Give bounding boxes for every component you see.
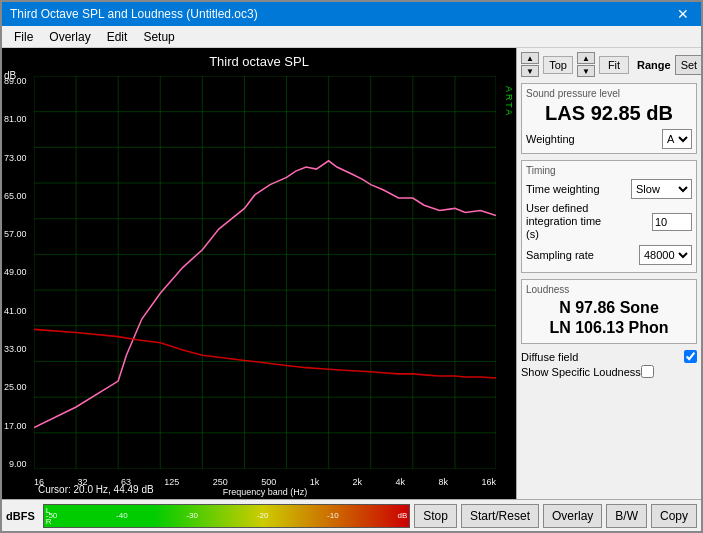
nav-fit-down-button[interactable]: ▼ <box>577 65 595 77</box>
chart-title: Third octave SPL <box>2 50 516 71</box>
weighting-select[interactable]: A B C Z <box>662 129 692 149</box>
nav-up-button[interactable]: ▲ <box>521 52 539 64</box>
menu-bar: File Overlay Edit Setup <box>2 26 701 48</box>
set-button[interactable]: Set <box>675 55 701 75</box>
integration-input[interactable]: 10 <box>652 213 692 231</box>
y-label-41: 41.00 <box>4 306 27 316</box>
x-label-500: 500 <box>261 477 276 487</box>
y-label-17: 17.00 <box>4 421 27 431</box>
range-label: Range <box>637 59 671 71</box>
y-label-33: 33.00 <box>4 344 27 354</box>
level-meter-top: L <box>44 505 410 516</box>
time-weighting-row: Time weighting Slow Fast Impulse <box>526 179 692 199</box>
x-label-250: 250 <box>213 477 228 487</box>
main-window: Third Octave SPL and Loudness (Untitled.… <box>0 0 703 533</box>
sampling-label: Sampling rate <box>526 249 594 261</box>
y-label-65: 65.00 <box>4 191 27 201</box>
menu-overlay[interactable]: Overlay <box>41 28 98 45</box>
nav-fit-label: Fit <box>599 56 629 74</box>
nav-down-button[interactable]: ▼ <box>521 65 539 77</box>
title-bar: Third Octave SPL and Loudness (Untitled.… <box>2 2 701 26</box>
loudness-section: Loudness N 97.86 Sone LN 106.13 Phon <box>521 279 697 345</box>
main-content: Third octave SPL dB <box>2 48 701 499</box>
start-reset-button[interactable]: Start/Reset <box>461 504 539 528</box>
diffuse-row: Diffuse field <box>521 350 697 363</box>
nav-controls: ▲ ▼ Top ▲ ▼ Fit Range Set <box>521 52 697 77</box>
show-specific-label: Show Specific Loudness <box>521 366 641 378</box>
show-specific-row: Show Specific Loudness <box>521 365 697 378</box>
y-label-9: 9.00 <box>4 459 27 469</box>
diffuse-label: Diffuse field <box>521 351 578 363</box>
show-specific-checkbox[interactable] <box>641 365 654 378</box>
menu-file[interactable]: File <box>6 28 41 45</box>
y-label-81: 81.00 <box>4 114 27 124</box>
level-meter-bottom: R <box>44 516 410 527</box>
spl-value: LAS 92.85 dB <box>526 102 692 125</box>
nav-top-label: Top <box>543 56 573 74</box>
x-label-16k: 16k <box>481 477 496 487</box>
menu-edit[interactable]: Edit <box>99 28 136 45</box>
integration-label: User definedintegration time (s) <box>526 202 616 242</box>
y-axis-labels: 89.00 81.00 73.00 65.00 57.00 49.00 41.0… <box>4 76 27 469</box>
x-label-4k: 4k <box>396 477 406 487</box>
nav-fit-group: ▲ ▼ <box>577 52 595 77</box>
overlay-button[interactable]: Overlay <box>543 504 602 528</box>
level-meter: L R -50 -40 -30 -20 -10 dB <box>43 504 411 528</box>
weighting-row: Weighting A B C Z <box>526 129 692 149</box>
integration-row: User definedintegration time (s) 10 <box>526 202 692 242</box>
time-weighting-select[interactable]: Slow Fast Impulse <box>631 179 692 199</box>
bw-button[interactable]: B/W <box>606 504 647 528</box>
x-label-1k: 1k <box>310 477 320 487</box>
bottom-bar: dBFS L R -50 -40 -30 -20 -10 dB <box>2 499 701 531</box>
x-label-125: 125 <box>164 477 179 487</box>
y-label-25: 25.00 <box>4 382 27 392</box>
close-button[interactable]: ✕ <box>673 6 693 22</box>
arta-label: ARTA <box>504 86 514 117</box>
copy-button[interactable]: Copy <box>651 504 697 528</box>
spl-section: Sound pressure level LAS 92.85 dB Weight… <box>521 83 697 154</box>
menu-setup[interactable]: Setup <box>135 28 182 45</box>
loudness-section-label: Loudness <box>526 284 692 295</box>
spl-section-label: Sound pressure level <box>526 88 692 99</box>
level-l-label: L <box>44 506 50 515</box>
sampling-row: Sampling rate 44100 48000 96000 <box>526 245 692 265</box>
window-title: Third Octave SPL and Loudness (Untitled.… <box>10 7 258 21</box>
stop-button[interactable]: Stop <box>414 504 457 528</box>
nav-fit-up-button[interactable]: ▲ <box>577 52 595 64</box>
time-weighting-label: Time weighting <box>526 183 600 195</box>
sampling-select[interactable]: 44100 48000 96000 <box>639 245 692 265</box>
x-label-8k: 8k <box>438 477 448 487</box>
weighting-label: Weighting <box>526 133 575 145</box>
loudness-ln-value: LN 106.13 Phon <box>526 318 692 339</box>
y-label-57: 57.00 <box>4 229 27 239</box>
nav-up-down-group: ▲ ▼ <box>521 52 539 77</box>
right-panel: ▲ ▼ Top ▲ ▼ Fit Range Set Sound pressure… <box>516 48 701 499</box>
y-label-49: 49.00 <box>4 267 27 277</box>
diffuse-checkbox[interactable] <box>684 350 697 363</box>
chart-plot: 89.00 81.00 73.00 65.00 57.00 49.00 41.0… <box>34 76 496 469</box>
timing-section-label: Timing <box>526 165 692 176</box>
chart-area: Third octave SPL dB <box>2 48 516 499</box>
loudness-n-value: N 97.86 Sone <box>526 298 692 319</box>
timing-section: Timing Time weighting Slow Fast Impulse … <box>521 160 697 273</box>
y-axis-label: dB <box>4 70 16 81</box>
level-r-label: R <box>44 517 52 526</box>
chart-svg <box>34 76 496 469</box>
dbfs-label: dBFS <box>6 510 35 522</box>
y-label-73: 73.00 <box>4 153 27 163</box>
cursor-info: Cursor: 20.0 Hz, 44.49 dB <box>38 484 154 495</box>
x-label-2k: 2k <box>353 477 363 487</box>
